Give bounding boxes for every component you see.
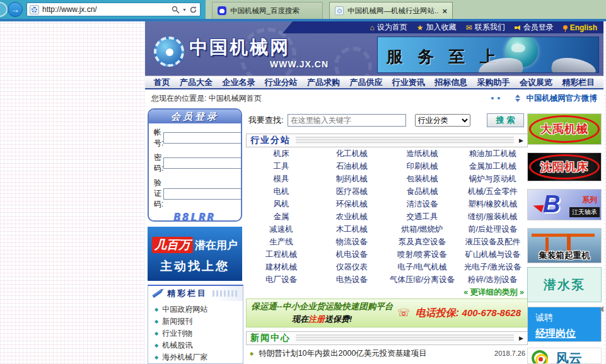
- industry-category-link[interactable]: 工程机械: [246, 248, 317, 261]
- industry-category-link[interactable]: 光电子/激光设备: [457, 261, 528, 273]
- industry-category-link[interactable]: 环保机械: [317, 198, 387, 210]
- captcha-image[interactable]: B8LRR: [149, 211, 241, 222]
- ticker-down-icon[interactable]: [515, 99, 520, 102]
- category-select[interactable]: 行业分类: [415, 114, 470, 127]
- featured-link[interactable]: 海外机械厂家: [162, 352, 207, 363]
- nav-item-tenders[interactable]: 招标信息: [434, 77, 467, 88]
- nav-item-products[interactable]: 产品大全: [180, 77, 213, 88]
- industry-category-link[interactable]: 烘箱/燃烧炉: [387, 223, 458, 236]
- search-button[interactable]: 搜 索: [487, 113, 525, 127]
- ticker-up-icon[interactable]: [515, 94, 520, 98]
- promo-banner[interactable]: 几百万潜在用户 主动找上您: [148, 227, 242, 281]
- industry-category-link[interactable]: 医疗器械: [317, 185, 387, 198]
- industry-category-link[interactable]: 木工机械: [317, 223, 387, 236]
- url-text[interactable]: http://www.jx.cn/: [42, 5, 172, 14]
- ad-dayu-machinery[interactable]: 大禹机械: [527, 113, 602, 145]
- close-tab-icon[interactable]: ×: [442, 6, 447, 16]
- nav-item-buy[interactable]: 产品求购: [307, 77, 340, 88]
- industry-category-link[interactable]: 电厂设备: [246, 273, 317, 286]
- industry-category-link[interactable]: 气体压缩/分离设备: [387, 273, 458, 286]
- industry-category-link[interactable]: 粉碎/选别设备: [457, 273, 528, 286]
- industry-category-link[interactable]: 粮油加工机械: [457, 147, 528, 160]
- industry-category-link[interactable]: 塑料/橡胶机械: [457, 198, 528, 210]
- site-logo-title[interactable]: 中国机械网: [189, 35, 290, 60]
- industry-category-link[interactable]: 造纸机械: [387, 147, 458, 160]
- ad-jiangtian-bearing[interactable]: B 系列 江天轴承: [527, 189, 602, 220]
- industry-category-link[interactable]: 前/后处理设备: [457, 223, 528, 236]
- industry-category-link[interactable]: 建材机械: [246, 261, 317, 273]
- industry-category-link[interactable]: 工具: [246, 160, 317, 173]
- ad-container-crane[interactable]: 集装箱起重机: [527, 228, 602, 263]
- industry-category-link[interactable]: 电机: [246, 185, 317, 198]
- hiring-position-link[interactable]: 经理岗位: [535, 327, 576, 341]
- site-logo-gear-icon[interactable]: [154, 37, 184, 67]
- industry-category-link[interactable]: 农业机械: [317, 210, 387, 223]
- header-banner[interactable]: 服 务 至 上: [377, 37, 599, 73]
- industry-category-link[interactable]: 锅炉与原动机: [457, 173, 528, 185]
- member-login-link[interactable]: 会员登录: [515, 22, 554, 33]
- industry-category-link[interactable]: 机电设备: [317, 248, 387, 261]
- tab-baidu-search[interactable]: 中国机械网_百度搜索: [212, 2, 323, 19]
- nav-item-featured[interactable]: 精彩栏目: [562, 77, 595, 88]
- nav-item-companies[interactable]: 企业名录: [222, 77, 255, 88]
- arrow-right-icon[interactable]: ▶: [519, 137, 523, 144]
- search-icon[interactable]: [172, 6, 180, 14]
- industry-category-link[interactable]: 仪器仪表: [317, 261, 387, 273]
- industry-category-link[interactable]: 喷射/喷雾设备: [387, 248, 458, 261]
- industry-category-link[interactable]: 化工机械: [317, 147, 387, 160]
- more-categories-link[interactable]: « 更详细的类别 »: [463, 287, 524, 298]
- industry-category-link[interactable]: 电子/电气机械: [387, 261, 458, 273]
- ad-shenyang-machine-tool[interactable]: 沈阳机床: [527, 152, 602, 181]
- industry-category-link[interactable]: 缝纫/服装机械: [457, 210, 528, 223]
- nav-item-exhibitions[interactable]: 会议展览: [520, 77, 552, 88]
- back-button[interactable]: [0, 2, 8, 17]
- nav-item-purchase-helper[interactable]: 采购助手: [477, 77, 510, 88]
- ad-submersible-pump[interactable]: 潜水泵: [527, 267, 602, 302]
- ad-hiring[interactable]: 诚聘 经理岗位: [527, 307, 602, 342]
- address-bar[interactable]: http://www.jx.cn/ ▼: [26, 3, 201, 16]
- news-link[interactable]: 特朗普计划10年内拨出2000亿美元投资基建项目: [259, 348, 489, 359]
- contact-us-link[interactable]: ✉联系我们: [466, 22, 505, 33]
- industry-category-link[interactable]: 模具: [246, 173, 317, 185]
- industry-category-link[interactable]: 金属: [246, 210, 317, 223]
- search-input[interactable]: [288, 114, 406, 127]
- set-homepage-link[interactable]: ⌂设为首页: [370, 22, 407, 33]
- industry-category-link[interactable]: 金属加工机械: [457, 160, 528, 173]
- add-favorite-link[interactable]: ★加入收藏: [417, 22, 457, 33]
- industry-category-link[interactable]: 包装机械: [387, 173, 458, 185]
- nav-item-supply[interactable]: 产品供应: [349, 77, 382, 88]
- industry-category-link[interactable]: 电热设备: [317, 273, 387, 286]
- forward-button[interactable]: →: [8, 2, 23, 17]
- industry-category-link[interactable]: 食品机械: [387, 185, 458, 198]
- industry-category-link[interactable]: 机械/五金零件: [457, 185, 528, 198]
- english-link[interactable]: English: [563, 23, 597, 32]
- ad-fengyun[interactable]: 风云: [527, 348, 602, 364]
- weibo-link[interactable]: 中国机械网官方微博: [527, 93, 598, 104]
- featured-link[interactable]: 行业刊物: [162, 328, 192, 339]
- industry-category-link[interactable]: 交通工具: [387, 210, 458, 223]
- industry-category-link[interactable]: 印刷机械: [387, 160, 458, 173]
- float-ad-collapse-icon[interactable]: [600, 306, 603, 312]
- account-field[interactable]: [163, 132, 242, 144]
- industry-category-link[interactable]: 石油机械: [317, 160, 387, 173]
- industry-category-link[interactable]: 清洁设备: [387, 198, 458, 210]
- industry-category-link[interactable]: 机床: [246, 147, 317, 160]
- refresh-icon[interactable]: [189, 6, 197, 14]
- nav-item-home[interactable]: 首页: [154, 77, 170, 88]
- industry-category-link[interactable]: 生产线: [246, 236, 317, 248]
- industry-category-link[interactable]: 物流设备: [317, 236, 387, 248]
- industry-category-link[interactable]: 风机: [246, 198, 317, 210]
- featured-link[interactable]: 新闻报刊: [162, 316, 192, 327]
- industry-category-link[interactable]: 泵及真空设备: [387, 236, 458, 248]
- featured-link[interactable]: 机械股讯: [162, 340, 192, 351]
- featured-link[interactable]: 中国政府网站: [162, 304, 207, 315]
- search-options-caret-icon[interactable]: ▼: [182, 8, 187, 12]
- industry-category-link[interactable]: 减速机: [246, 223, 317, 236]
- industry-category-link[interactable]: 制药机械: [317, 173, 387, 185]
- arrow-right-icon[interactable]: ▶: [519, 335, 523, 341]
- industry-category-link[interactable]: 液压设备及配件: [457, 236, 528, 248]
- industry-category-link[interactable]: 矿山机械与设备: [457, 248, 528, 261]
- password-field[interactable]: [163, 157, 242, 169]
- captcha-field[interactable]: [163, 188, 242, 200]
- insurance-banner[interactable]: 保运通--中小企业货运险快速团购平台 现在注册送保费! ☏ 电话投保: 400-…: [246, 299, 528, 327]
